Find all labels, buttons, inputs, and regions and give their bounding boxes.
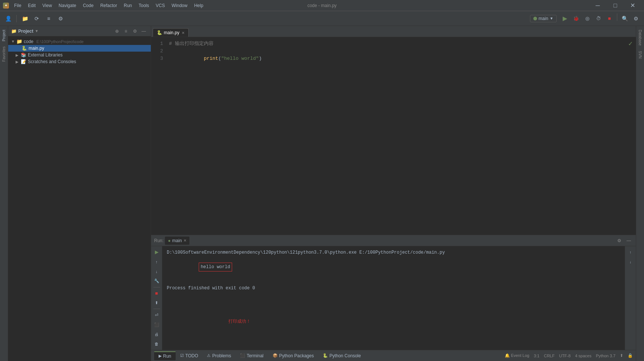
menu-code[interactable]: Code <box>80 2 97 9</box>
run-tab-label: main <box>172 238 182 243</box>
run-delete-button[interactable]: 🗑 <box>152 339 161 348</box>
todo-icon: ☑ <box>180 353 184 358</box>
line-num-1: 1 <box>151 40 163 48</box>
run-align-button[interactable]: ⬛ <box>152 320 161 329</box>
window-title: code - main.py <box>308 3 337 8</box>
run-wrap-button[interactable]: ⏎ <box>152 310 161 319</box>
database-strip-tab[interactable]: Database <box>637 27 643 48</box>
sync-button[interactable]: ⟳ <box>32 13 42 24</box>
editor-tab-close[interactable]: ✕ <box>182 31 185 35</box>
minimize-button[interactable]: ─ <box>589 0 606 11</box>
problems-icon: ⚠ <box>207 353 211 358</box>
window-controls: ─ □ ✕ <box>589 0 641 11</box>
tree-external-libraries[interactable]: ▶ 📚 External Libraries <box>8 52 151 58</box>
line-separator[interactable]: CRLF <box>544 354 554 358</box>
rerun-up-button[interactable]: ↑ <box>152 257 161 266</box>
project-panel-dropdown-icon[interactable]: 📁 <box>11 29 17 34</box>
terminal-icon: ⬛ <box>240 353 245 358</box>
debug-button[interactable]: 🐞 <box>571 13 581 24</box>
maximize-button[interactable]: □ <box>607 0 624 11</box>
run-configuration[interactable]: main ▼ <box>530 15 557 22</box>
tree-main-py[interactable]: 🐍 main.py <box>8 45 151 52</box>
editor-tab-main-py[interactable]: 🐍 main.py ✕ <box>153 28 189 37</box>
panel-hide-button[interactable]: — <box>140 27 148 35</box>
bottom-tab-run[interactable]: ▶ Run <box>154 351 176 360</box>
encoding-indicator[interactable]: UTF-8 <box>559 354 570 358</box>
line-num-3: 3 <box>151 55 163 62</box>
console-empty-3 <box>167 298 620 305</box>
run-tab-main[interactable]: ● main ✕ <box>165 237 189 245</box>
run-panel-settings-btn[interactable]: ⚙ <box>615 237 623 245</box>
menu-refactor[interactable]: Refactor <box>97 2 120 9</box>
locate-file-button[interactable]: ⊕ <box>113 27 121 35</box>
profile-button[interactable]: ⏱ <box>593 13 604 24</box>
editor-tabs: 🐍 main.py ✕ <box>151 26 636 37</box>
open-project-button[interactable]: 📁 <box>20 13 30 24</box>
event-log-link[interactable]: 🔔 Event Log <box>505 353 530 358</box>
menu-edit[interactable]: Edit <box>25 2 39 9</box>
run-again-button[interactable]: ▶ <box>152 248 161 257</box>
collapse-all-button[interactable]: ≡ <box>122 27 130 35</box>
run-button[interactable]: ▶ <box>560 13 570 24</box>
bottom-tab-todo[interactable]: ☑ TODO <box>176 352 202 360</box>
menu-tools[interactable]: Tools <box>136 2 152 9</box>
run-tab-close[interactable]: ✕ <box>183 238 186 243</box>
python-packages-label: Python Packages <box>279 353 314 358</box>
right-toolbar-btn-1[interactable]: ↑ <box>626 248 635 257</box>
run-print-button[interactable]: 🖨 <box>152 330 161 339</box>
run-tab-icon: ● <box>168 238 170 243</box>
panel-settings-button[interactable]: ⚙ <box>131 27 139 35</box>
terminal-label: Terminal <box>247 353 263 358</box>
settings-gear-button[interactable]: ⚙ <box>631 13 641 24</box>
python-console-label: Python Console <box>329 353 361 358</box>
app-logo: ✦ <box>3 3 9 9</box>
project-panel-arrow[interactable]: ▼ <box>35 29 39 33</box>
menu-run[interactable]: Run <box>121 2 135 9</box>
menu-file[interactable]: File <box>11 2 24 9</box>
folder-icon-root: 📁 <box>16 39 22 44</box>
favorites-strip-tab[interactable]: Favorites <box>1 44 7 64</box>
run-tab-icon-bottom: ▶ <box>159 354 162 358</box>
account-button[interactable]: 👤 <box>3 13 13 24</box>
console-output: D:\100SoftwareEnvironmentDependency\120p… <box>162 246 625 350</box>
svn-strip-tab[interactable]: SVN <box>637 49 643 61</box>
scratches-icon: 📝 <box>21 59 26 64</box>
menu-navigate[interactable]: Navigate <box>56 2 79 9</box>
run-settings-btn[interactable]: 🔧 <box>152 277 161 286</box>
menu-vcs[interactable]: VCS <box>153 2 168 9</box>
collapse-button[interactable]: ≡ <box>43 13 54 24</box>
menu-window[interactable]: Window <box>169 2 191 9</box>
project-panel-title: Project <box>18 29 33 34</box>
bottom-tab-python-packages[interactable]: 📦 Python Packages <box>268 352 318 360</box>
right-sidebar-strip: Database SVN <box>636 26 644 361</box>
problems-label: Problems <box>212 353 231 358</box>
run-config-indicator <box>533 17 537 20</box>
bottom-tab-terminal[interactable]: ⬛ Terminal <box>235 352 268 360</box>
stop-button[interactable]: ■ <box>604 13 615 24</box>
run-right-toolbar: ↑ ↓ <box>625 246 636 350</box>
bottom-tab-problems[interactable]: ⚠ Problems <box>202 352 235 360</box>
tree-root-folder[interactable]: ▼ 📁 code E:\100PythonProject\code <box>8 38 151 45</box>
upload-icon[interactable]: ⬆ <box>620 353 623 358</box>
close-button[interactable]: ✕ <box>624 0 641 11</box>
project-strip-tab[interactable]: Project <box>1 27 7 43</box>
python-version[interactable]: Python 3.7 <box>596 354 615 358</box>
bottom-tab-python-console[interactable]: 🐍 Python Console <box>318 352 365 360</box>
lock-icon[interactable]: 🔒 <box>628 353 633 358</box>
cursor-position: 3:1 <box>534 354 539 358</box>
stop-run-button[interactable]: ■ <box>152 289 161 298</box>
run-up-filter[interactable]: ⬆ <box>152 299 161 308</box>
rerun-down-button[interactable]: ↓ <box>152 267 161 276</box>
code-editor[interactable]: # 输出打印指定内容 print("hello world") <box>166 37 636 235</box>
editor-content: 1 2 3 # 输出打印指定内容 print("hello world") ✓ <box>151 37 636 235</box>
settings-button[interactable]: ⚙ <box>55 13 66 24</box>
coverage-button[interactable]: ◎ <box>582 13 592 24</box>
tree-scratches[interactable]: ▶ 📝 Scratches and Consoles <box>8 58 151 65</box>
right-toolbar-btn-2[interactable]: ↓ <box>626 257 635 266</box>
run-panel-hide-btn[interactable]: — <box>625 237 633 245</box>
menu-view[interactable]: View <box>39 2 55 9</box>
libraries-icon: 📚 <box>21 52 26 58</box>
search-everywhere-button[interactable]: 🔍 <box>619 13 630 24</box>
indent-indicator[interactable]: 4 spaces <box>575 354 591 358</box>
menu-help[interactable]: Help <box>191 2 206 9</box>
